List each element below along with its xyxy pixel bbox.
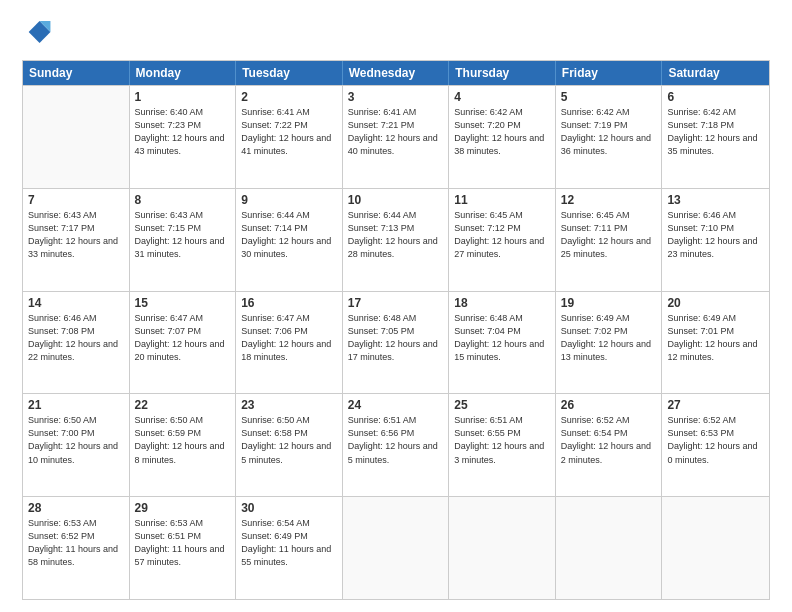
cell-info: Sunrise: 6:42 AM Sunset: 7:18 PM Dayligh… bbox=[667, 106, 764, 158]
calendar-cell: 22Sunrise: 6:50 AM Sunset: 6:59 PM Dayli… bbox=[130, 394, 237, 496]
cell-info: Sunrise: 6:48 AM Sunset: 7:05 PM Dayligh… bbox=[348, 312, 444, 364]
logo bbox=[22, 18, 52, 50]
cell-info: Sunrise: 6:47 AM Sunset: 7:06 PM Dayligh… bbox=[241, 312, 337, 364]
calendar-day-header: Sunday bbox=[23, 61, 130, 85]
calendar-cell: 8Sunrise: 6:43 AM Sunset: 7:15 PM Daylig… bbox=[130, 189, 237, 291]
cell-info: Sunrise: 6:46 AM Sunset: 7:10 PM Dayligh… bbox=[667, 209, 764, 261]
calendar-cell bbox=[343, 497, 450, 599]
calendar-week-row: 14Sunrise: 6:46 AM Sunset: 7:08 PM Dayli… bbox=[23, 291, 769, 394]
calendar-cell: 2Sunrise: 6:41 AM Sunset: 7:22 PM Daylig… bbox=[236, 86, 343, 188]
cell-date: 3 bbox=[348, 90, 444, 104]
cell-date: 1 bbox=[135, 90, 231, 104]
cell-info: Sunrise: 6:41 AM Sunset: 7:22 PM Dayligh… bbox=[241, 106, 337, 158]
logo-icon bbox=[24, 18, 52, 46]
cell-date: 30 bbox=[241, 501, 337, 515]
calendar-cell: 26Sunrise: 6:52 AM Sunset: 6:54 PM Dayli… bbox=[556, 394, 663, 496]
cell-info: Sunrise: 6:47 AM Sunset: 7:07 PM Dayligh… bbox=[135, 312, 231, 364]
calendar-cell: 13Sunrise: 6:46 AM Sunset: 7:10 PM Dayli… bbox=[662, 189, 769, 291]
cell-date: 5 bbox=[561, 90, 657, 104]
calendar-cell: 15Sunrise: 6:47 AM Sunset: 7:07 PM Dayli… bbox=[130, 292, 237, 394]
calendar-cell: 29Sunrise: 6:53 AM Sunset: 6:51 PM Dayli… bbox=[130, 497, 237, 599]
cell-date: 8 bbox=[135, 193, 231, 207]
cell-date: 22 bbox=[135, 398, 231, 412]
cell-info: Sunrise: 6:45 AM Sunset: 7:11 PM Dayligh… bbox=[561, 209, 657, 261]
page-header bbox=[22, 18, 770, 50]
cell-info: Sunrise: 6:54 AM Sunset: 6:49 PM Dayligh… bbox=[241, 517, 337, 569]
cell-date: 9 bbox=[241, 193, 337, 207]
calendar-body: 1Sunrise: 6:40 AM Sunset: 7:23 PM Daylig… bbox=[23, 85, 769, 599]
cell-info: Sunrise: 6:44 AM Sunset: 7:13 PM Dayligh… bbox=[348, 209, 444, 261]
cell-date: 2 bbox=[241, 90, 337, 104]
calendar-week-row: 1Sunrise: 6:40 AM Sunset: 7:23 PM Daylig… bbox=[23, 85, 769, 188]
calendar-cell: 30Sunrise: 6:54 AM Sunset: 6:49 PM Dayli… bbox=[236, 497, 343, 599]
calendar-day-header: Thursday bbox=[449, 61, 556, 85]
cell-info: Sunrise: 6:44 AM Sunset: 7:14 PM Dayligh… bbox=[241, 209, 337, 261]
cell-date: 10 bbox=[348, 193, 444, 207]
cell-date: 12 bbox=[561, 193, 657, 207]
cell-info: Sunrise: 6:43 AM Sunset: 7:15 PM Dayligh… bbox=[135, 209, 231, 261]
calendar-cell: 27Sunrise: 6:52 AM Sunset: 6:53 PM Dayli… bbox=[662, 394, 769, 496]
cell-info: Sunrise: 6:42 AM Sunset: 7:20 PM Dayligh… bbox=[454, 106, 550, 158]
calendar-cell: 24Sunrise: 6:51 AM Sunset: 6:56 PM Dayli… bbox=[343, 394, 450, 496]
cell-info: Sunrise: 6:45 AM Sunset: 7:12 PM Dayligh… bbox=[454, 209, 550, 261]
calendar-cell: 20Sunrise: 6:49 AM Sunset: 7:01 PM Dayli… bbox=[662, 292, 769, 394]
calendar: SundayMondayTuesdayWednesdayThursdayFrid… bbox=[22, 60, 770, 600]
cell-date: 20 bbox=[667, 296, 764, 310]
calendar-cell: 18Sunrise: 6:48 AM Sunset: 7:04 PM Dayli… bbox=[449, 292, 556, 394]
cell-info: Sunrise: 6:53 AM Sunset: 6:52 PM Dayligh… bbox=[28, 517, 124, 569]
calendar-cell: 17Sunrise: 6:48 AM Sunset: 7:05 PM Dayli… bbox=[343, 292, 450, 394]
calendar-cell bbox=[23, 86, 130, 188]
calendar-cell: 9Sunrise: 6:44 AM Sunset: 7:14 PM Daylig… bbox=[236, 189, 343, 291]
cell-info: Sunrise: 6:42 AM Sunset: 7:19 PM Dayligh… bbox=[561, 106, 657, 158]
calendar-day-header: Wednesday bbox=[343, 61, 450, 85]
cell-info: Sunrise: 6:40 AM Sunset: 7:23 PM Dayligh… bbox=[135, 106, 231, 158]
cell-info: Sunrise: 6:51 AM Sunset: 6:55 PM Dayligh… bbox=[454, 414, 550, 466]
cell-info: Sunrise: 6:41 AM Sunset: 7:21 PM Dayligh… bbox=[348, 106, 444, 158]
cell-info: Sunrise: 6:50 AM Sunset: 6:58 PM Dayligh… bbox=[241, 414, 337, 466]
cell-date: 26 bbox=[561, 398, 657, 412]
cell-date: 7 bbox=[28, 193, 124, 207]
calendar-cell bbox=[556, 497, 663, 599]
calendar-week-row: 28Sunrise: 6:53 AM Sunset: 6:52 PM Dayli… bbox=[23, 496, 769, 599]
calendar-cell bbox=[662, 497, 769, 599]
calendar-cell: 28Sunrise: 6:53 AM Sunset: 6:52 PM Dayli… bbox=[23, 497, 130, 599]
cell-date: 19 bbox=[561, 296, 657, 310]
calendar-cell: 1Sunrise: 6:40 AM Sunset: 7:23 PM Daylig… bbox=[130, 86, 237, 188]
cell-date: 17 bbox=[348, 296, 444, 310]
cell-info: Sunrise: 6:49 AM Sunset: 7:01 PM Dayligh… bbox=[667, 312, 764, 364]
calendar-cell: 12Sunrise: 6:45 AM Sunset: 7:11 PM Dayli… bbox=[556, 189, 663, 291]
calendar-cell: 10Sunrise: 6:44 AM Sunset: 7:13 PM Dayli… bbox=[343, 189, 450, 291]
calendar-week-row: 7Sunrise: 6:43 AM Sunset: 7:17 PM Daylig… bbox=[23, 188, 769, 291]
cell-date: 28 bbox=[28, 501, 124, 515]
cell-info: Sunrise: 6:50 AM Sunset: 6:59 PM Dayligh… bbox=[135, 414, 231, 466]
calendar-day-header: Friday bbox=[556, 61, 663, 85]
cell-date: 21 bbox=[28, 398, 124, 412]
cell-info: Sunrise: 6:46 AM Sunset: 7:08 PM Dayligh… bbox=[28, 312, 124, 364]
cell-date: 23 bbox=[241, 398, 337, 412]
cell-date: 24 bbox=[348, 398, 444, 412]
calendar-header-row: SundayMondayTuesdayWednesdayThursdayFrid… bbox=[23, 61, 769, 85]
calendar-day-header: Tuesday bbox=[236, 61, 343, 85]
calendar-cell: 14Sunrise: 6:46 AM Sunset: 7:08 PM Dayli… bbox=[23, 292, 130, 394]
cell-date: 4 bbox=[454, 90, 550, 104]
cell-date: 6 bbox=[667, 90, 764, 104]
calendar-cell: 19Sunrise: 6:49 AM Sunset: 7:02 PM Dayli… bbox=[556, 292, 663, 394]
cell-info: Sunrise: 6:50 AM Sunset: 7:00 PM Dayligh… bbox=[28, 414, 124, 466]
cell-date: 18 bbox=[454, 296, 550, 310]
cell-info: Sunrise: 6:43 AM Sunset: 7:17 PM Dayligh… bbox=[28, 209, 124, 261]
cell-info: Sunrise: 6:51 AM Sunset: 6:56 PM Dayligh… bbox=[348, 414, 444, 466]
cell-date: 25 bbox=[454, 398, 550, 412]
cell-date: 16 bbox=[241, 296, 337, 310]
cell-date: 11 bbox=[454, 193, 550, 207]
cell-date: 14 bbox=[28, 296, 124, 310]
calendar-cell: 4Sunrise: 6:42 AM Sunset: 7:20 PM Daylig… bbox=[449, 86, 556, 188]
cell-date: 13 bbox=[667, 193, 764, 207]
calendar-cell: 5Sunrise: 6:42 AM Sunset: 7:19 PM Daylig… bbox=[556, 86, 663, 188]
cell-date: 15 bbox=[135, 296, 231, 310]
calendar-cell: 16Sunrise: 6:47 AM Sunset: 7:06 PM Dayli… bbox=[236, 292, 343, 394]
calendar-cell bbox=[449, 497, 556, 599]
cell-info: Sunrise: 6:52 AM Sunset: 6:53 PM Dayligh… bbox=[667, 414, 764, 466]
calendar-day-header: Saturday bbox=[662, 61, 769, 85]
calendar-day-header: Monday bbox=[130, 61, 237, 85]
calendar-cell: 11Sunrise: 6:45 AM Sunset: 7:12 PM Dayli… bbox=[449, 189, 556, 291]
